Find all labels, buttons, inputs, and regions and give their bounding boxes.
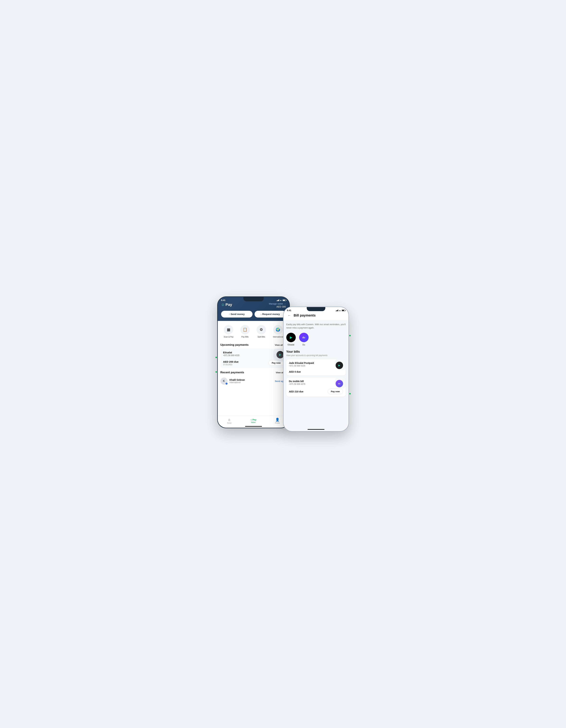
request-money-button[interactable]: ↓ Request money xyxy=(255,311,286,318)
home-indicator-left xyxy=(245,426,262,427)
bill-amount-1: AED 0 due xyxy=(289,370,301,373)
quick-actions: ▦ Scan & Pay 📋 Pay Bills ⚙ xyxy=(221,324,286,339)
status-icons-left: ▲ xyxy=(277,299,286,301)
split-bills-icon: ⚙ xyxy=(257,325,266,334)
provider-name: Etisalat xyxy=(223,351,240,354)
quick-action-bills[interactable]: 📋 Pay Bills xyxy=(240,325,250,338)
profile-icon: 👤 xyxy=(275,418,280,422)
quick-action-international[interactable]: 🌍 International xyxy=(273,325,283,338)
header-top: ☺ Pay Manage wallet → AED 300 xyxy=(221,302,286,308)
wifi-icon: ▲ xyxy=(280,299,282,301)
pay-now-du-button[interactable]: Pay now xyxy=(328,389,343,394)
upcoming-payments-header: Upcoming payments View all 5 xyxy=(221,343,286,347)
back-button[interactable]: ← xyxy=(287,313,292,318)
upcoming-payment-card: Etisalat +971 56 669 4335 ▶ AED 200 due … xyxy=(221,349,286,368)
recent-payments-header: Recent payments View all → xyxy=(221,371,286,374)
bill-card-bottom-1: AED 0 due xyxy=(289,370,343,373)
right-body: Easily pay bills with Careem. With our s… xyxy=(283,320,348,428)
du-label: Du xyxy=(302,344,305,346)
avatar: K ↑ xyxy=(221,378,228,385)
international-label: International xyxy=(273,336,283,338)
left-phone-screen: 9:41 ▲ xyxy=(218,297,289,428)
signal-icon xyxy=(277,299,279,301)
dot-right xyxy=(349,335,351,336)
wallet-info: Manage wallet → AED 300 xyxy=(269,302,286,308)
payment-amount-row: AED 200 due 17.03.2022 Pay now xyxy=(223,360,284,366)
home-icon: ⌂ xyxy=(228,418,230,422)
pay-bills-icon: 📋 xyxy=(240,325,250,334)
manage-wallet-link[interactable]: Manage wallet → xyxy=(269,302,286,305)
battery-icon xyxy=(283,299,286,301)
provider-etisalat[interactable]: ▶ Etisalat xyxy=(286,333,296,346)
recent-payment-item: K ↑ Khalil Gebran International Send aga… xyxy=(221,376,286,386)
time-left: 9:41 xyxy=(221,299,226,301)
bill-card-bottom-2: AED 210 due Pay now xyxy=(289,389,343,394)
etisalat-label: Etisalat xyxy=(287,344,294,346)
app-logo: ☺ Pay xyxy=(221,302,232,307)
status-icons-right: ▲ xyxy=(336,309,345,312)
wallet-balance: AED 300 xyxy=(269,305,286,308)
wifi-icon-right: ▲ xyxy=(339,309,341,312)
bill-info-1: Jade Etisalat Postpaid +971 56 669 4335 xyxy=(289,362,314,367)
your-bills-title: Your bills xyxy=(286,350,346,354)
du-circle-icon: du xyxy=(299,333,308,342)
action-buttons: ↑ Send money ↓ Request money xyxy=(221,311,286,318)
time-right: 9:41 xyxy=(287,309,291,312)
bill-info-2: Du moble bill +971 56 669 4378 xyxy=(289,380,305,385)
scan-pay-label: Scan & Pay xyxy=(224,336,234,338)
bill-card-top-2: Du moble bill +971 56 669 4378 du xyxy=(289,380,343,387)
logo-text: Pay xyxy=(226,302,232,307)
left-phone-content: 9:41 ▲ xyxy=(218,297,289,428)
bill-card-top-1: Jade Etisalat Postpaid +971 56 669 4335 … xyxy=(289,362,343,369)
nav-home[interactable]: ⌂ Home xyxy=(227,418,232,424)
bill-amount-2: AED 210 due xyxy=(289,390,303,393)
amount-info: AED 200 due 17.03.2022 xyxy=(223,360,239,366)
provider-du[interactable]: du Du xyxy=(299,333,308,346)
quick-action-split[interactable]: ⚙ Split Bills xyxy=(257,325,266,338)
due-date: 17.03.2022 xyxy=(223,363,239,366)
page-title: Bill payments xyxy=(294,313,316,317)
bill-phone-2: +971 56 669 4378 xyxy=(289,383,305,385)
dot-right-2 xyxy=(349,393,351,394)
wallet-label: Wallet xyxy=(251,421,256,423)
quick-action-scan[interactable]: ▦ Scan & Pay xyxy=(224,325,234,338)
home-indicator-right xyxy=(307,429,324,430)
your-bills-subtitle: View your accounts & upcoming bill payme… xyxy=(286,354,346,357)
bill-card-du: Du moble bill +971 56 669 4378 du AED 21… xyxy=(286,378,346,397)
bill-name-1: Jade Etisalat Postpaid xyxy=(289,362,314,364)
right-title-row: ← Bill payments xyxy=(287,313,345,318)
send-money-button[interactable]: ↑ Send money xyxy=(221,311,253,318)
home-label: Home xyxy=(227,422,232,424)
avatar-badge: ↑ xyxy=(225,382,228,385)
provider-info: Etisalat +971 56 669 4335 xyxy=(223,351,240,357)
provider-list: ▶ Etisalat du Du xyxy=(286,333,346,346)
nav-wallet[interactable]: ☺Pay Wallet xyxy=(250,418,256,423)
du-logo-right: du xyxy=(335,380,343,387)
app-scene: 9:41 ▲ xyxy=(217,291,349,437)
notch-right xyxy=(307,307,325,311)
wallet-icon: ☺Pay xyxy=(250,418,256,421)
right-phone-content: 9:41 ▲ xyxy=(283,307,348,431)
logo-icon: ☺ xyxy=(221,302,225,307)
left-body: ▦ Scan & Pay 📋 Pay Bills ⚙ xyxy=(218,321,289,416)
signal-icon-right xyxy=(336,310,338,311)
recent-payments-title: Recent payments xyxy=(221,371,244,374)
profile-label: Profile xyxy=(275,422,280,424)
dot-left-2 xyxy=(216,371,217,373)
international-icon: 🌍 xyxy=(273,325,283,334)
bill-card-etisalat: Jade Etisalat Postpaid +971 56 669 4335 … xyxy=(286,359,346,375)
pay-now-button[interactable]: Pay now xyxy=(269,360,284,366)
etisalat-circle-icon: ▶ xyxy=(286,333,296,342)
scan-pay-icon: ▦ xyxy=(224,325,233,334)
bill-description: Easily pay bills with Careem. With our s… xyxy=(286,323,346,329)
recent-item-info: Khalil Gebran International xyxy=(230,379,273,384)
recent-item-name: Khalil Gebran xyxy=(230,379,273,381)
left-phone: 9:41 ▲ xyxy=(217,296,290,428)
dot-left xyxy=(216,357,217,358)
notch-left xyxy=(244,297,264,301)
provider-phone: +971 56 669 4335 xyxy=(223,354,240,357)
nav-profile[interactable]: 👤 Profile xyxy=(275,418,280,424)
right-phone: 9:41 ▲ xyxy=(283,307,349,432)
your-bills-section: Your bills View your accounts & upcoming… xyxy=(286,350,346,357)
due-amount: AED 200 due xyxy=(223,360,239,363)
